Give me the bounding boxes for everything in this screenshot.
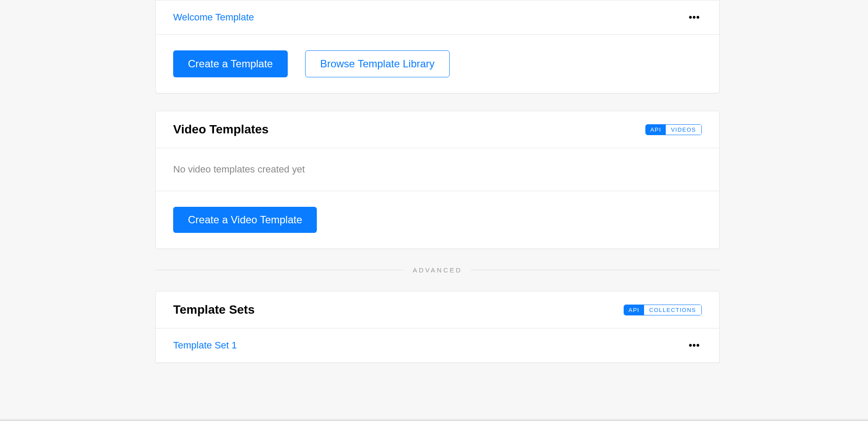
empty-state-text: No video templates created yet <box>173 164 305 175</box>
badge-collections: COLLECTIONS <box>644 305 701 315</box>
divider-label: ADVANCED <box>404 266 471 274</box>
empty-state-row: No video templates created yet <box>156 148 719 191</box>
badge-api: API <box>624 305 644 315</box>
advanced-divider: ADVANCED <box>155 266 720 274</box>
template-sets-card: Template Sets API COLLECTIONS Template S… <box>155 291 720 363</box>
video-templates-card: Video Templates API VIDEOS No video temp… <box>155 111 720 249</box>
template-sets-title: Template Sets <box>173 303 255 317</box>
create-template-button[interactable]: Create a Template <box>173 50 288 77</box>
browse-template-library-button[interactable]: Browse Template Library <box>305 50 450 77</box>
card-footer: Create a Template Browse Template Librar… <box>156 35 719 93</box>
template-row: Welcome Template ••• <box>156 0 719 35</box>
api-badge-group[interactable]: API VIDEOS <box>645 124 702 135</box>
template-set-row: Template Set 1 ••• <box>156 328 719 363</box>
card-header: Template Sets API COLLECTIONS <box>156 292 719 328</box>
video-templates-title: Video Templates <box>173 123 269 136</box>
badge-videos: VIDEOS <box>666 125 701 135</box>
create-video-template-button[interactable]: Create a Video Template <box>173 207 317 233</box>
image-templates-card: Welcome Template ••• Create a Template B… <box>155 0 720 93</box>
card-footer: Create a Video Template <box>156 191 719 249</box>
divider-line-right <box>471 270 720 270</box>
bottom-shadow <box>0 418 868 421</box>
card-header: Video Templates API VIDEOS <box>156 111 719 148</box>
template-set-link[interactable]: Template Set 1 <box>173 340 237 351</box>
divider-line-left <box>155 270 404 270</box>
more-icon[interactable]: ••• <box>687 340 702 351</box>
badge-api: API <box>646 125 665 135</box>
template-link[interactable]: Welcome Template <box>173 12 254 23</box>
api-badge-group[interactable]: API COLLECTIONS <box>624 305 702 315</box>
more-icon[interactable]: ••• <box>687 12 702 23</box>
